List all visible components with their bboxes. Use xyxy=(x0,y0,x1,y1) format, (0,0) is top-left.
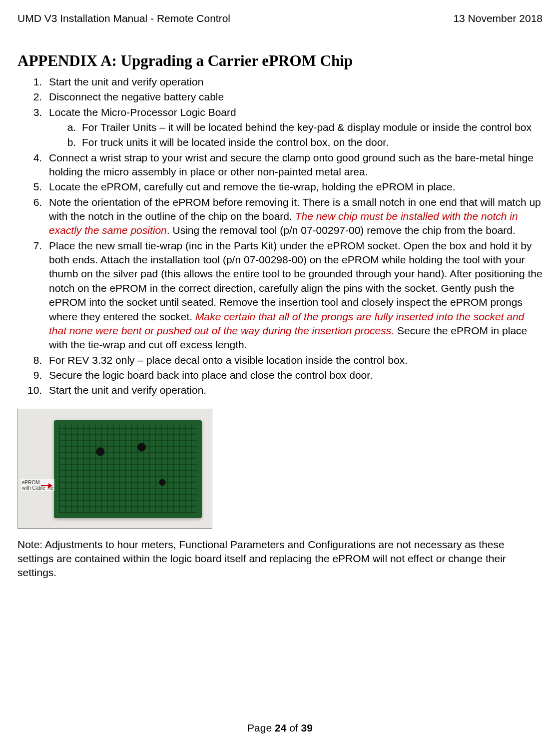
step-6-part-b: . Using the removal tool (p/n 07-00297-0… xyxy=(167,224,516,236)
step-3b: For truck units it will be located insid… xyxy=(79,135,543,149)
step-4: Connect a wrist strap to your wrist and … xyxy=(45,151,543,179)
eprom-label-line1: ePROM xyxy=(22,480,40,485)
step-8: For REV 3.32 only – place decal onto a v… xyxy=(45,353,543,367)
step-3-text: Locate the Micro-Processor Logic Board xyxy=(49,106,236,118)
page-footer: Page 24 of 39 xyxy=(0,722,560,734)
step-7: Place the new small tie-wrap (inc in the… xyxy=(45,239,543,352)
footer-total-pages: 39 xyxy=(301,722,313,734)
header-right: 13 November 2018 xyxy=(453,12,543,24)
footer-current-page: 24 xyxy=(275,722,286,734)
procedure-list: Start the unit and verify operation Disc… xyxy=(17,75,543,398)
eprom-arrow-icon xyxy=(41,485,52,486)
page-title: APPENDIX A: Upgrading a Carrier ePROM Ch… xyxy=(17,52,543,70)
logic-board-figure: ePROM with Cable Tie xyxy=(17,409,212,529)
step-7-part-a: Place the new small tie-wrap (inc in the… xyxy=(49,240,543,322)
step-3-sublist: For Trailer Units – it will be located b… xyxy=(49,120,543,150)
step-10: Start the unit and verify operation. xyxy=(45,383,543,397)
page-note: Note: Adjustments to hour meters, Functi… xyxy=(17,538,543,580)
page: UMD V3 Installation Manual - Remote Cont… xyxy=(0,0,560,748)
header-left: UMD V3 Installation Manual - Remote Cont… xyxy=(17,12,230,24)
step-5: Locate the ePROM, carefully cut and remo… xyxy=(45,180,543,194)
step-2: Disconnect the negative battery cable xyxy=(45,90,543,104)
step-6: Note the orientation of the ePROM before… xyxy=(45,195,543,238)
footer-prefix: Page xyxy=(247,722,275,734)
step-3: Locate the Micro-Processor Logic Board F… xyxy=(45,105,543,150)
step-1: Start the unit and verify operation xyxy=(45,75,543,89)
footer-middle: of xyxy=(286,722,301,734)
step-3a: For Trailer Units – it will be located b… xyxy=(79,120,543,134)
step-9: Secure the logic board back into place a… xyxy=(45,368,543,382)
pcb-illustration xyxy=(54,420,202,518)
page-header: UMD V3 Installation Manual - Remote Cont… xyxy=(17,12,543,24)
